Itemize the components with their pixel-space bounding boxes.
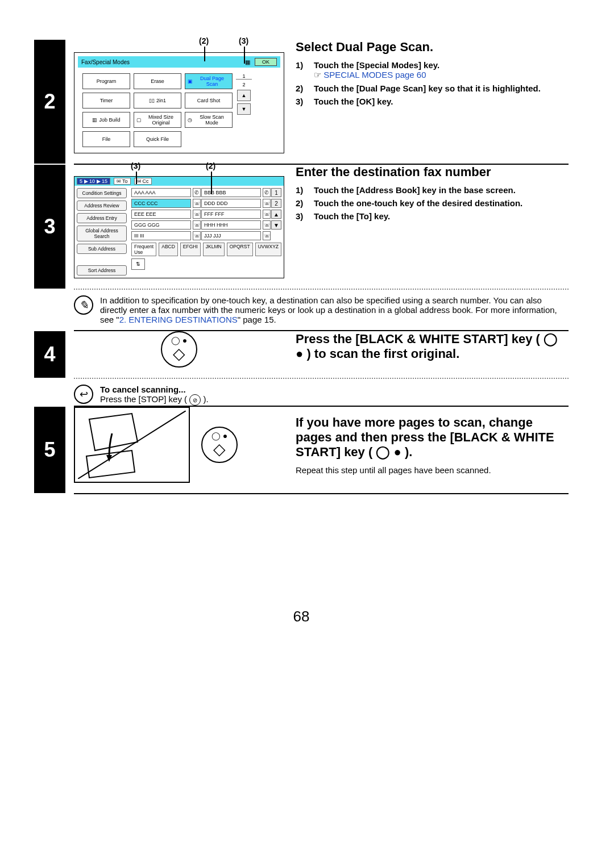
step5-sub: Repeat this step until all pages have be…: [296, 465, 569, 475]
jobbuild-button[interactable]: ▥Job Build: [82, 112, 130, 128]
info-icon: ✎: [74, 295, 93, 315]
page-number: 68: [34, 608, 569, 625]
callout-3: (3): [239, 36, 248, 45]
tab[interactable]: ABCD: [159, 243, 178, 256]
callout-2: (2): [199, 36, 209, 45]
step2-title: Select Dual Page Scan.: [296, 40, 569, 55]
type-icon: ☏: [193, 210, 201, 219]
sub-address[interactable]: Sub Address: [77, 244, 127, 254]
start-button-icon: ◯ ● ◇: [161, 331, 197, 368]
program-button[interactable]: Program: [82, 73, 130, 89]
quickfile-button[interactable]: Quick File: [134, 131, 181, 147]
type-icon: ☏: [263, 210, 271, 219]
contact[interactable]: HHH HHH: [201, 220, 261, 229]
step-number: 5: [34, 407, 65, 493]
timer-button[interactable]: Timer: [82, 93, 130, 108]
ab-grid: AAA AAA✆ BBB BBB✆ 1 CCC CCC☏ DDD DDD☏ 2 …: [131, 188, 281, 240]
special-modes-screenshot: (2) (3) Fax/Special Modes ▦ OK: [74, 40, 284, 153]
ab-topbar: 5 ▶ 10 ▶ 15 ✉ To ✉ Cc: [74, 177, 284, 186]
pointer-icon: ☞: [314, 70, 321, 80]
cardshot-button[interactable]: Card Shot: [185, 93, 233, 108]
step-2: 2 (2) (3) Fax/Special Modes ▦: [34, 40, 569, 164]
type-icon: ☏: [263, 220, 271, 229]
step-5: 5 ◯ ● ◇: [34, 407, 569, 493]
type-icon: ☏: [263, 231, 271, 240]
step-number: 4: [34, 331, 65, 378]
page-icon: ▦: [245, 59, 250, 65]
pages-icon: ▯▯: [149, 98, 155, 103]
page-up-button[interactable]: ▲: [237, 90, 251, 101]
type-icon: ✆: [263, 188, 271, 197]
step3-title: Enter the destination fax number: [296, 165, 569, 180]
callout-3: (3): [131, 161, 140, 170]
page-down[interactable]: ▼: [271, 220, 281, 229]
ok-button[interactable]: OK: [255, 58, 277, 66]
address-review[interactable]: Address Review: [77, 201, 127, 211]
contact[interactable]: JJJ JJJ: [201, 231, 261, 240]
twoin1-button[interactable]: ▯▯2in1: [134, 93, 181, 108]
address-book-screenshot: (3) (2) 5 ▶ 10 ▶ 15 ✉ To ✉ Cc Co: [74, 165, 284, 278]
tab[interactable]: OPQRST: [227, 243, 253, 256]
tab[interactable]: Frequent Use: [131, 243, 156, 256]
contact[interactable]: EEE EEE: [131, 210, 191, 219]
contact[interactable]: DDD DDD: [201, 199, 261, 208]
stop-icon: ⊘: [189, 394, 201, 406]
page-down-button[interactable]: ▼: [237, 103, 251, 115]
entering-destinations-link[interactable]: 2. ENTERING DESTINATIONS: [119, 315, 238, 324]
erase-button[interactable]: Erase: [134, 73, 181, 89]
dual-page-scan-button[interactable]: ▣Dual Page Scan: [185, 73, 233, 89]
global-search[interactable]: Global Address Search: [77, 226, 127, 241]
sort-icon[interactable]: ⇅: [131, 258, 145, 270]
page-num: 1: [271, 188, 281, 197]
mixed-size-button[interactable]: ▢Mixed Size Original: [134, 112, 181, 128]
scanner-diagram: [74, 407, 190, 483]
ab-sidebar: Condition Settings Address Review Addres…: [74, 186, 129, 278]
address-entry[interactable]: Address Entry: [77, 213, 127, 223]
panel-titlebar: Fax/Special Modes ▦ OK: [78, 56, 280, 68]
type-icon: ☏: [263, 199, 271, 208]
panel-title: Fax/Special Modes: [81, 59, 130, 65]
slowscan-button[interactable]: ◷Slow Scan Mode: [185, 112, 233, 128]
step3-note: ✎ In addition to specification by one-to…: [74, 289, 569, 330]
to-tab[interactable]: ✉ To: [114, 178, 131, 185]
tab[interactable]: JKLMN: [203, 243, 225, 256]
step-3: 3 (3) (2) 5 ▶ 10 ▶ 15 ✉ To ✉ Cc: [34, 165, 569, 289]
sort-address[interactable]: Sort Address: [77, 265, 127, 276]
file-button[interactable]: File: [82, 131, 130, 147]
step4-title: Press the [BLACK & WHITE START] key ( ◯ …: [296, 332, 569, 361]
svg-marker-1: [89, 414, 138, 450]
back-icon: ↩: [74, 385, 93, 404]
contact-selected[interactable]: CCC CCC: [131, 199, 191, 208]
step4-cancel-note: ↩ To cancel scanning... Press the [STOP]…: [74, 378, 569, 406]
clock-icon: ◷: [188, 117, 192, 123]
type-icon: ✆: [193, 188, 201, 197]
page-num: 2: [271, 199, 281, 208]
svg-marker-2: [86, 450, 135, 478]
type-icon: ☏: [193, 231, 201, 240]
range: 5 ▶ 10 ▶ 15: [77, 178, 110, 185]
step-number: 2: [34, 40, 65, 164]
start-button-icon: ◯ ● ◇: [201, 427, 238, 463]
special-modes-link[interactable]: SPECIAL MODES: [323, 70, 393, 80]
tab[interactable]: UVWXYZ: [255, 243, 281, 256]
contact[interactable]: FFF FFF: [201, 210, 261, 219]
contact[interactable]: III III: [131, 231, 191, 240]
alpha-tabs: Frequent Use ABCD EFGHI JKLMN OPQRST UVW…: [131, 243, 281, 256]
doc-icon: ▢: [136, 117, 142, 123]
step-number: 3: [34, 165, 65, 289]
type-icon: ☏: [193, 220, 201, 229]
type-icon: ☏: [193, 199, 201, 208]
step5-title: If you have more pages to scan, change p…: [296, 415, 569, 460]
page-up[interactable]: ▲: [271, 210, 281, 219]
contact[interactable]: GGG GGG: [131, 220, 191, 229]
callout-2: (2): [206, 161, 215, 170]
stack-icon: ▥: [92, 117, 97, 123]
page-indicator: 1 2 ▲ ▼: [236, 73, 252, 128]
condition-settings[interactable]: Condition Settings: [77, 188, 127, 198]
step-4: 4 ◯ ● ◇ Press the [BLACK & WHITE START] …: [34, 331, 569, 378]
tab[interactable]: EFGHI: [180, 243, 201, 256]
contact[interactable]: AAA AAA: [131, 188, 191, 197]
book-icon: ▣: [188, 78, 193, 84]
